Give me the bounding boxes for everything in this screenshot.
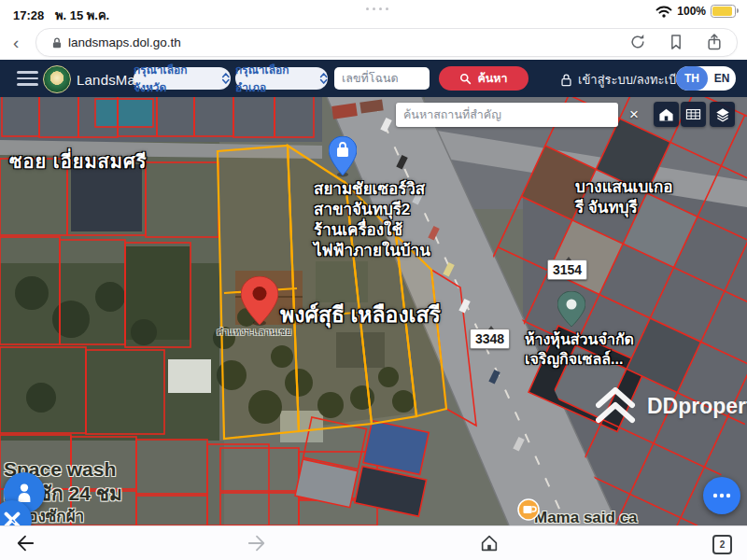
cup-icon (524, 506, 532, 513)
amphoe-dropdown[interactable]: กรุณาเลือกอำเภอ (235, 67, 328, 90)
browser-back-icon[interactable]: ‹ (13, 33, 19, 53)
chevron-updown-icon (221, 72, 231, 85)
browser-bottom-bar: 2 (0, 525, 747, 560)
tab-count: 2 (720, 539, 726, 550)
layers-icon (714, 106, 731, 123)
label-line: ไฟฟ้าภายในบ้าน (314, 241, 430, 261)
search-button-label: ค้นหา (477, 69, 507, 88)
ddproperty-watermark: DDproperty (591, 385, 747, 427)
ddproperty-logo (591, 385, 640, 427)
label-line: สาขาจันทบุรี2 (314, 200, 430, 220)
home-icon (658, 107, 674, 122)
label-line: รี จันทบุรี (575, 198, 673, 218)
clock: 17:28 (13, 8, 44, 22)
label-bakery: บางแสนเบเกอ รี จันทบุรี (575, 177, 673, 218)
cafe-marker[interactable] (517, 498, 540, 521)
lang-th-button[interactable]: TH (676, 66, 708, 91)
search-button[interactable]: ค้นหา (439, 66, 529, 91)
lang-en-button[interactable]: EN (708, 72, 736, 85)
label-street-small: คำแหงฯ-เ.ลานเชย (217, 327, 291, 339)
poi-pin[interactable] (557, 291, 585, 327)
label-shop-siamchai: สยามชัยเซอร์วิส สาขาจันทบุรี2 ร้านเครื่อ… (314, 179, 430, 261)
map-toolbar: × (0, 102, 747, 130)
measure-icon (1, 509, 23, 525)
landsmaps-header: LandsMaps กรุณาเลือกจังหวัด กรุณาเลือกอำ… (0, 60, 747, 97)
bookmark-icon[interactable] (667, 33, 685, 51)
label-line: สยามชัยเซอร์วิส (314, 179, 430, 200)
label-line: เจริญกิจเซลล์... (525, 350, 634, 370)
search-icon (459, 73, 472, 85)
layers-map-button[interactable] (710, 102, 735, 127)
map-viewport[interactable]: × ซอย เอี่ยมสมศรี (0, 97, 747, 525)
battery-icon (711, 5, 736, 18)
lock-icon (51, 36, 63, 49)
grid-icon (685, 107, 701, 121)
label-line: ห้างหุ้นส่วนจำกัด (525, 330, 634, 350)
close-icon[interactable]: × (624, 104, 644, 126)
deed-number-input[interactable] (334, 67, 430, 90)
home-map-button[interactable] (654, 102, 679, 127)
multitask-dots-icon (366, 7, 388, 10)
more-button[interactable] (703, 477, 740, 514)
nav-home-icon[interactable] (479, 533, 500, 553)
label-line: บางแสนเบเกอ (575, 177, 673, 198)
tabs-button[interactable]: 2 (712, 535, 732, 554)
label-owner: พงศ์สุธี เหลืองเสรี (280, 301, 441, 329)
nav-forward-icon[interactable] (247, 534, 267, 553)
status-bar: 17:28 พ. 15 พ.ค. 100% (0, 0, 747, 26)
screen: 17:28 พ. 15 พ.ค. 100% ‹ landsmaps.dol.go… (0, 0, 747, 560)
login-link[interactable]: เข้าสู่ระบบ/ลงทะเบียน (560, 70, 692, 90)
login-label: เข้าสู่ระบบ/ลงทะเบียน (578, 70, 692, 90)
url-text: landsmaps.dol.go.th (68, 35, 181, 49)
wifi-icon (655, 6, 672, 18)
chevron-updown-icon (319, 72, 328, 85)
selected-parcel-pin[interactable] (241, 276, 278, 327)
status-time-date: 17:28 พ. 15 พ.ค. (13, 6, 109, 25)
province-dropdown[interactable]: กรุณาเลือกจังหวัด (134, 67, 231, 90)
route-badge-3348: 3348 (470, 329, 510, 349)
url-bar[interactable]: landsmaps.dol.go.th (35, 28, 738, 57)
ellipsis-icon (712, 492, 732, 499)
shop-pin[interactable] (329, 136, 357, 177)
label-company: ห้างหุ้นส่วนจำกัด เจริญกิจเซลล์... (525, 330, 634, 370)
nav-back-icon[interactable] (15, 534, 35, 553)
label-line: ร้านเครื่องใช้ (314, 220, 430, 241)
browser-toolbar: ‹ landsmaps.dol.go.th (0, 26, 747, 60)
reload-icon[interactable] (628, 33, 647, 51)
shopping-bag-icon (337, 147, 348, 157)
language-toggle[interactable]: TH EN (676, 66, 736, 91)
date: พ. 15 พ.ค. (55, 8, 109, 22)
route-badge-3154: 3154 (547, 259, 587, 280)
share-icon[interactable] (705, 33, 724, 51)
ddproperty-text: DDproperty (647, 394, 747, 419)
label-soi: ซอย เอี่ยมสมศรี (9, 149, 147, 174)
province-dropdown-label: กรุณาเลือกจังหวัด (134, 61, 217, 96)
battery-percent: 100% (677, 5, 706, 18)
label-cafe: Mama said ca (534, 508, 638, 525)
grid-map-button[interactable] (681, 102, 706, 127)
login-lock-icon (560, 73, 572, 87)
menu-icon[interactable] (17, 71, 38, 90)
amphoe-dropdown-label: กรุณาเลือกอำเภอ (235, 61, 315, 96)
dol-logo (43, 65, 71, 93)
poi-search-input[interactable] (396, 103, 618, 127)
